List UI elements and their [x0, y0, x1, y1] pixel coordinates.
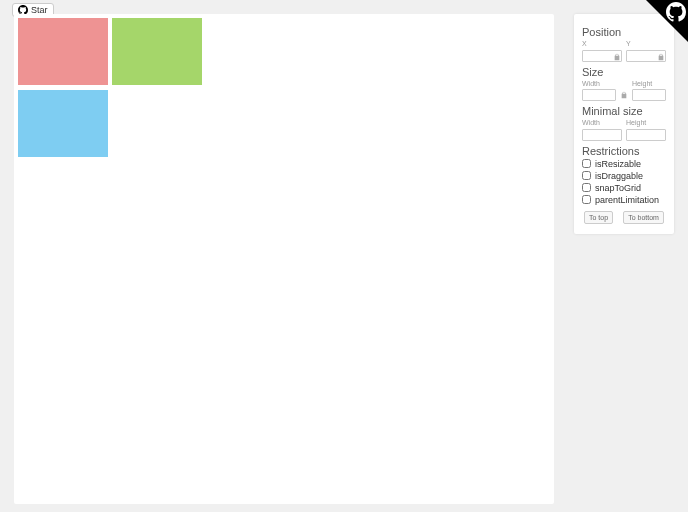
to-bottom-button[interactable]: To bottom [623, 211, 664, 224]
position-title: Position [582, 26, 666, 38]
parentlimitation-label: parentLimitation [595, 195, 659, 205]
lock-icon [613, 53, 621, 61]
isresizable-label: isResizable [595, 159, 641, 169]
minsize-title: Minimal size [582, 105, 666, 117]
size-width-field: Width [582, 80, 616, 102]
size-height-label: Height [632, 80, 666, 87]
box-green[interactable] [112, 18, 202, 85]
position-x-label: X [582, 40, 622, 47]
restrictions-title: Restrictions [582, 145, 666, 157]
size-title: Size [582, 66, 666, 78]
canvas[interactable] [14, 14, 554, 504]
size-width-input[interactable] [582, 89, 616, 101]
minsize-height-field: Height [626, 119, 666, 141]
snaptogrid-label: snapToGrid [595, 183, 641, 193]
box-red[interactable] [18, 18, 108, 85]
minsize-width-label: Width [582, 119, 622, 126]
lock-icon [620, 91, 628, 99]
isdraggable-checkbox[interactable] [582, 171, 591, 180]
minsize-width-input[interactable] [582, 129, 622, 141]
inspector-panel: Position X Y Size Width Height Minimal s… [574, 14, 674, 234]
box-blue[interactable] [18, 90, 108, 157]
size-width-label: Width [582, 80, 616, 87]
size-height-field: Height [632, 80, 666, 102]
position-y-field: Y [626, 40, 666, 62]
position-y-label: Y [626, 40, 666, 47]
lock-icon [657, 53, 665, 61]
minsize-height-label: Height [626, 119, 666, 126]
isresizable-checkbox[interactable] [582, 159, 591, 168]
minsize-width-field: Width [582, 119, 622, 141]
size-height-input[interactable] [632, 89, 666, 101]
position-x-field: X [582, 40, 622, 62]
isdraggable-label: isDraggable [595, 171, 643, 181]
minsize-height-input[interactable] [626, 129, 666, 141]
to-top-button[interactable]: To top [584, 211, 613, 224]
snaptogrid-checkbox[interactable] [582, 183, 591, 192]
octocat-icon [666, 2, 686, 22]
parentlimitation-checkbox[interactable] [582, 195, 591, 204]
